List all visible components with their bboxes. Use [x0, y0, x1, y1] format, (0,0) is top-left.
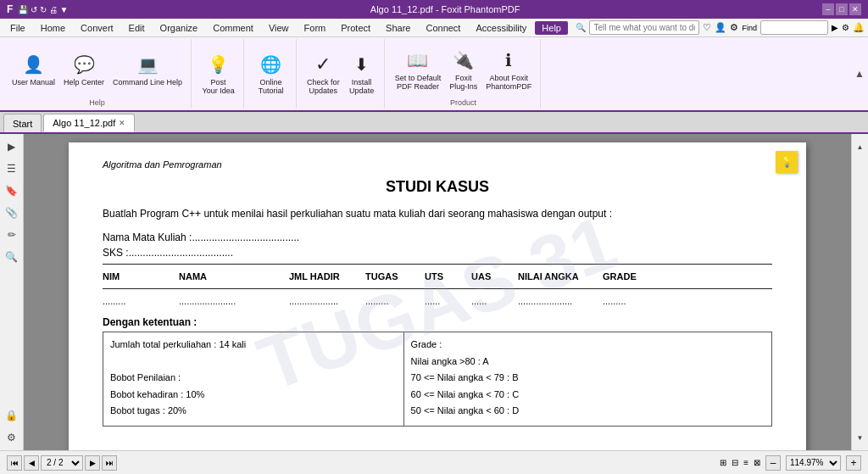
menu-edit[interactable]: Edit [122, 21, 152, 35]
find-label: Find [742, 24, 757, 32]
menu-file[interactable]: File [3, 21, 32, 35]
user-manual-icon: 👤 [20, 51, 47, 78]
ribbon-btn-command-line[interactable]: 💻 Command Line Help [109, 49, 186, 89]
search-input[interactable] [589, 20, 699, 35]
command-line-icon: 💻 [134, 51, 161, 78]
page-select[interactable]: 1 / 2 2 / 2 [41, 455, 83, 471]
status-bar: ⏮ ◀ 1 / 2 2 / 2 ▶ ⏭ ⊞ ⊟ ≡ ⊠ – 114.97% + [0, 450, 868, 474]
toolbar-security-btn[interactable]: 🔒 [3, 406, 21, 425]
heart-icon: ♡ [703, 22, 711, 33]
ribbon-collapse-icon[interactable]: ▲ [854, 68, 865, 80]
tabs-bar: Start Algo 11_12.pdf ✕ [0, 112, 868, 134]
toolbar-arrow-btn[interactable]: ▶ [3, 137, 21, 156]
post-idea-label: PostYour Idea [203, 79, 235, 96]
online-tutorial-icon: 🌐 [258, 51, 285, 78]
row-uas: ...... [471, 296, 518, 306]
set-default-icon: 📖 [404, 47, 431, 74]
help-center-icon: 💬 [70, 51, 97, 78]
menu-view[interactable]: View [262, 21, 296, 35]
tab-close-icon[interactable]: ✕ [119, 119, 125, 127]
pdf-subtitle: Buatlah Program C++ untuk menilai hasil … [103, 206, 772, 221]
menu-protect[interactable]: Protect [334, 21, 377, 35]
ribbon-group-idea: 💡 PostYour Idea [193, 39, 244, 109]
ribbon-btn-user-manual[interactable]: 👤 User Manual [8, 49, 58, 89]
row-nim: ......... [103, 296, 179, 306]
ribbon-collapse[interactable]: ▲ [854, 39, 865, 109]
right-line-0: Grade : [411, 337, 765, 353]
nav-next-btn[interactable]: ▶ [85, 455, 100, 471]
toolbar-pages-btn[interactable]: ☰ [3, 159, 21, 178]
menu-home[interactable]: Home [34, 21, 72, 35]
ribbon-btn-set-default[interactable]: 📖 Set to DefaultPDF Reader [392, 45, 445, 93]
ribbon-group-buttons-updates: ✓ Check forUpdates ⬇ InstallUpdate [303, 41, 379, 105]
menu-convert[interactable]: Convert [74, 21, 120, 35]
scroll-up-btn[interactable]: ▲ [851, 137, 869, 156]
ribbon-group-help: 👤 User Manual 💬 Help Center 💻 Command Li… [3, 39, 192, 109]
pdf-field-sks: SKS :...................................… [103, 247, 772, 259]
find-input[interactable] [760, 20, 828, 35]
view-icon-2: ⊟ [732, 458, 738, 467]
about-foxit-label: About FoxitPhantomPDF [486, 75, 531, 92]
row-grade: ......... [603, 296, 662, 306]
scroll-down-btn[interactable]: ▼ [851, 428, 869, 447]
pdf-table-header: NIM NAMA JML HADIR TUGAS UTS UAS NILAI A… [103, 270, 772, 283]
menu-connect[interactable]: Connect [419, 21, 467, 35]
col-grade-header: GRADE [603, 271, 662, 282]
sticky-note[interactable]: 💡 [776, 151, 798, 173]
ribbon-btn-online-tutorial[interactable]: 🌐 OnlineTutorial [254, 49, 288, 98]
menu-bar: File Home Convert Edit Organize Comment … [0, 19, 868, 37]
nav-last-btn[interactable]: ⏭ [102, 455, 117, 471]
window-title: Algo 11_12.pdf - Foxit PhantomPDF [68, 4, 822, 14]
pdf-page: 2 TUGAS 31 💡 Algoritma dan Pemrograman S… [69, 142, 806, 450]
col-jml-header: JML HADIR [289, 271, 365, 282]
foxit-plugins-label: FoxitPlug-Ins [449, 75, 477, 92]
toolbar-comment-btn[interactable]: ✏ [3, 226, 21, 244]
toolbar-search-btn[interactable]: 🔍 [3, 248, 21, 266]
toolbar-bookmark-btn[interactable]: 🔖 [3, 181, 21, 200]
menu-comment[interactable]: Comment [206, 21, 260, 35]
view-icon-3: ≡ [743, 458, 748, 467]
ribbon-group-buttons-tutorial: 🌐 OnlineTutorial [254, 41, 288, 105]
toolbar-attachment-btn[interactable]: 📎 [3, 204, 21, 222]
ribbon-btn-about-foxit[interactable]: ℹ About FoxitPhantomPDF [482, 45, 535, 93]
check-updates-icon: ✓ [309, 51, 337, 78]
maximize-button[interactable]: □ [836, 3, 848, 15]
nav-prev-btn[interactable]: ◀ [24, 455, 39, 471]
pdf-field-mata-kuliah: Nama Mata Kuliah :......................… [103, 231, 772, 243]
pdf-area[interactable]: 2 TUGAS 31 💡 Algoritma dan Pemrograman S… [24, 134, 851, 450]
ribbon-btn-install-update[interactable]: ⬇ InstallUpdate [345, 49, 379, 98]
window-controls: – □ ✕ [822, 3, 861, 15]
user-manual-label: User Manual [12, 79, 55, 87]
find-go-icon: ▶ [832, 23, 838, 32]
minimize-button[interactable]: – [822, 3, 834, 15]
menu-organize[interactable]: Organize [153, 21, 205, 35]
install-update-icon: ⬇ [348, 51, 376, 78]
row-tugas: ......... [365, 296, 425, 306]
ribbon-btn-foxit-plugins[interactable]: 🔌 FoxitPlug-Ins [446, 45, 481, 93]
menu-form[interactable]: Form [298, 21, 333, 35]
pdf-divider-1 [103, 264, 772, 265]
tab-start[interactable]: Start [3, 114, 42, 132]
ribbon-btn-help-center[interactable]: 💬 Help Center [60, 49, 108, 89]
view-icon-1: ⊞ [720, 458, 726, 467]
col-nama-header: NAMA [179, 271, 289, 282]
close-button[interactable]: ✕ [849, 3, 861, 15]
ribbon-group-product: 📖 Set to DefaultPDF Reader 🔌 FoxitPlug-I… [387, 39, 542, 109]
left-line-3: Bobot kehadiran : 10% [110, 388, 397, 403]
menu-share[interactable]: Share [379, 21, 417, 35]
pdf-col-left: Jumlah total perkuliahan : 14 kali Bobot… [103, 332, 404, 426]
toolbar-properties-btn[interactable]: ⚙ [3, 428, 21, 447]
zoom-select[interactable]: 114.97% [786, 455, 841, 471]
ribbon-btn-check-updates[interactable]: ✓ Check forUpdates [303, 49, 343, 98]
menu-help[interactable]: Help [535, 21, 568, 35]
menu-accessibility[interactable]: Accessibility [469, 21, 533, 35]
col-nilai-header: NILAI ANGKA [518, 271, 603, 282]
pdf-ketentuan-table: Jumlah total perkuliahan : 14 kali Bobot… [103, 332, 772, 427]
zoom-in-btn[interactable]: + [846, 455, 861, 471]
tab-start-label: Start [13, 119, 32, 129]
tab-pdf[interactable]: Algo 11_12.pdf ✕ [43, 114, 135, 132]
zoom-out-btn[interactable]: – [765, 455, 781, 471]
nav-first-btn[interactable]: ⏮ [7, 455, 22, 471]
row-uts: ...... [425, 296, 471, 306]
ribbon-btn-post-idea[interactable]: 💡 PostYour Idea [199, 49, 238, 98]
